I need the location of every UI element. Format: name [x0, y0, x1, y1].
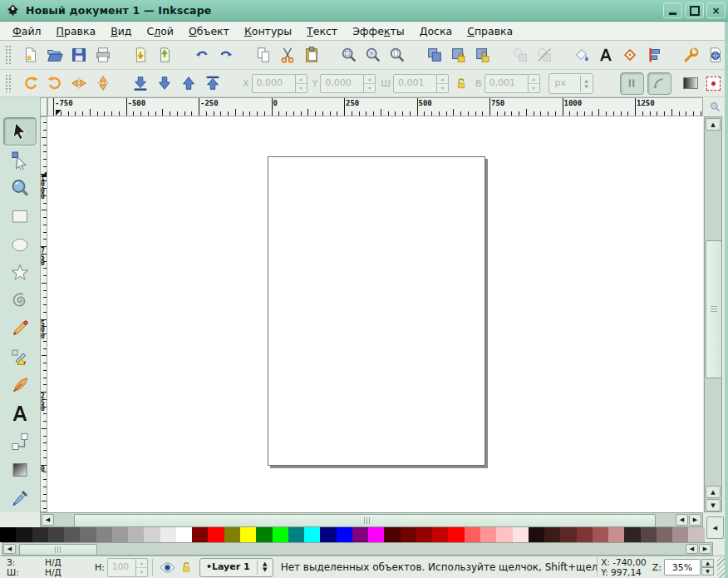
vertical-scrollbar-thumb[interactable]	[706, 240, 722, 378]
palette-swatch[interactable]	[688, 527, 704, 542]
y-spinner[interactable]: ▴▾	[363, 75, 375, 92]
spin-down-icon[interactable]: ▾	[364, 84, 375, 92]
menu-text[interactable]: Текст	[299, 23, 345, 39]
menu-object[interactable]: Объект	[181, 23, 237, 39]
tool-rectangle[interactable]	[3, 202, 37, 230]
menu-layer[interactable]: Слой	[139, 23, 181, 39]
palette-swatch[interactable]	[465, 527, 480, 542]
palette-swatch[interactable]	[64, 527, 80, 542]
maximize-button[interactable]	[685, 2, 704, 18]
palette-swatch[interactable]	[529, 527, 544, 542]
height-field[interactable]: 0,001▴▾	[485, 74, 540, 93]
palette-scrollbar-thumb[interactable]	[19, 544, 97, 556]
paste-button[interactable]	[299, 43, 323, 67]
menu-whiteboard[interactable]: Доска	[412, 23, 460, 39]
scroll-right-button[interactable]: ▶	[689, 514, 701, 526]
vertical-ruler[interactable]: 02 5 05 0 07 5 01 0 0 0	[40, 116, 47, 512]
spin-down-icon[interactable]: ▾	[529, 84, 539, 92]
raise-button[interactable]	[176, 72, 200, 95]
menu-help[interactable]: Справка	[460, 23, 520, 39]
undo-button[interactable]	[189, 43, 214, 67]
xml-editor-button[interactable]	[617, 43, 642, 67]
lower-to-bottom-button[interactable]	[128, 72, 152, 95]
palette-swatch[interactable]	[144, 527, 160, 542]
copy-button[interactable]	[251, 43, 275, 67]
layer-lock-icon[interactable]	[180, 561, 192, 574]
scroll-left-button-2[interactable]: ◀	[676, 514, 688, 526]
spin-up-icon[interactable]: ▴	[437, 75, 448, 84]
y-field[interactable]: 0,000▴▾	[320, 74, 376, 93]
width-field[interactable]: 0,001▴▾	[393, 74, 449, 93]
width-spinner[interactable]: ▴▾	[436, 75, 448, 92]
palette-swatch[interactable]	[416, 527, 432, 542]
palette-swatch[interactable]	[560, 527, 576, 542]
scale-corners-toggle[interactable]	[647, 72, 671, 95]
palette-swatch[interactable]	[624, 527, 640, 542]
opacity-field[interactable]: 100▴▾	[107, 558, 148, 577]
palette-swatch[interactable]	[608, 527, 624, 542]
zoom-drawing-button[interactable]	[361, 43, 385, 67]
document-properties-button[interactable]	[703, 43, 727, 67]
close-button[interactable]: ×	[706, 2, 726, 18]
tool-text[interactable]	[3, 399, 37, 427]
palette-swatch[interactable]	[593, 527, 608, 542]
tool-zoom[interactable]	[3, 174, 37, 202]
palette-swatch[interactable]	[160, 527, 176, 542]
menu-effects[interactable]: Эффекты	[345, 23, 412, 39]
new-document-button[interactable]	[18, 43, 42, 67]
scroll-left-button[interactable]: ◀	[42, 514, 54, 526]
spin-up-icon[interactable]: ▴	[529, 75, 539, 84]
palette-swatch[interactable]	[368, 527, 384, 542]
palette-swatch[interactable]	[432, 527, 448, 542]
zoom-spinner[interactable]: ▲▼	[701, 559, 714, 576]
tool-pencil[interactable]	[3, 314, 37, 343]
menu-view[interactable]: Вид	[103, 23, 139, 39]
palette-scroll-button[interactable]: ◀	[706, 516, 724, 539]
tool-selector[interactable]	[3, 117, 37, 146]
scroll-right-button[interactable]: ▶	[699, 544, 711, 554]
print-button[interactable]	[91, 43, 115, 67]
redo-button[interactable]	[214, 43, 238, 67]
raise-to-top-button[interactable]	[200, 72, 224, 95]
palette-swatch[interactable]	[544, 527, 560, 542]
spin-down-icon[interactable]: ▾	[437, 84, 448, 92]
duplicate-button[interactable]	[422, 43, 446, 67]
spin-down-icon[interactable]: ▾	[136, 568, 147, 576]
tool-dropper[interactable]	[3, 484, 37, 512]
save-button[interactable]	[66, 43, 91, 67]
palette-swatch[interactable]	[641, 527, 657, 542]
vertical-scrollbar[interactable]: ▲ ▲ ▼	[704, 116, 722, 512]
palette-swatch[interactable]	[128, 527, 144, 542]
tool-connector[interactable]	[3, 427, 37, 456]
scroll-left-button[interactable]: ◀	[3, 544, 16, 554]
palette-swatch[interactable]	[672, 527, 688, 542]
tool-star[interactable]	[3, 259, 37, 287]
tool-calligraphy[interactable]	[3, 371, 37, 399]
zoom-selection-button[interactable]	[337, 43, 361, 67]
scroll-left-button-2[interactable]: ◀	[686, 544, 698, 554]
layer-visibility-eye-icon[interactable]	[160, 561, 175, 574]
menu-file[interactable]: Файл	[5, 23, 49, 39]
palette-swatch[interactable]	[80, 527, 96, 542]
ungroup-button[interactable]	[470, 43, 494, 67]
toolbar-drag-handle[interactable]	[5, 45, 12, 65]
clone-button[interactable]	[508, 43, 532, 67]
units-dropdown[interactable]: px▲▼	[548, 73, 593, 94]
fill-stroke-dialog-button[interactable]	[569, 43, 593, 67]
unlink-clone-button[interactable]	[532, 43, 556, 67]
move-gradient-toggle[interactable]	[683, 77, 698, 89]
cut-button[interactable]	[275, 43, 299, 67]
zoom-field[interactable]: 35% ▲▼	[664, 559, 714, 576]
spin-up-icon[interactable]: ▲	[701, 559, 714, 567]
menu-path[interactable]: Контуры	[237, 23, 299, 39]
horizontal-scrollbar-thumb[interactable]	[74, 514, 656, 527]
move-pattern-toggle[interactable]	[706, 77, 721, 91]
document-page[interactable]	[268, 156, 485, 466]
spin-down-icon[interactable]: ▾	[296, 84, 307, 92]
palette-swatch[interactable]	[0, 527, 16, 542]
menu-edit[interactable]: Правка	[49, 23, 104, 39]
palette-swatch[interactable]	[112, 527, 128, 542]
fill-stroke-indicator[interactable]: З:Н/Д Ш:Н/Д	[0, 557, 93, 577]
palette-swatch[interactable]	[176, 527, 192, 542]
align-dialog-button[interactable]	[642, 43, 666, 67]
